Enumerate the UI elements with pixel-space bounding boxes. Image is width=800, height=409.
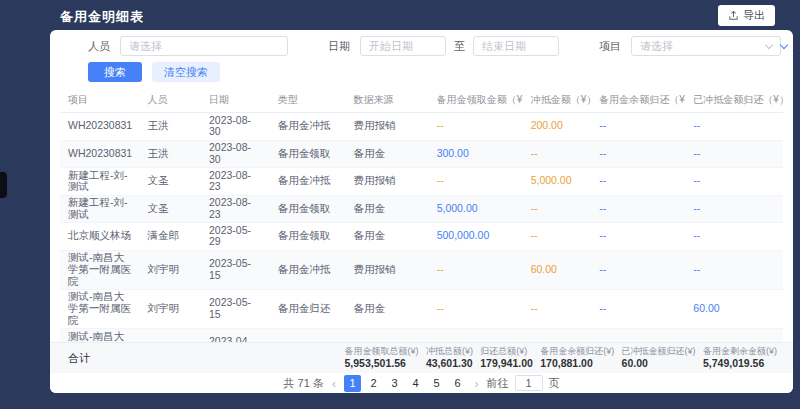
date-end-input[interactable] [473, 36, 559, 56]
summary-item: 备用金领取总额(¥)5,953,501.56 [345, 346, 419, 370]
date-filter-label: 日期 [328, 39, 350, 54]
person-filter: 人员 [88, 36, 288, 56]
date-start-input[interactable] [360, 36, 446, 56]
export-button[interactable]: 导出 [718, 5, 775, 26]
cell-type: 备用金归还 [270, 289, 346, 328]
cell-balance_returned: -- [591, 250, 685, 289]
cell-date: 2023-08-23 [201, 195, 270, 223]
summary-item-label: 备用金剩余金额(¥) [703, 346, 777, 357]
filter-actions: 搜索 清空搜索 [88, 62, 777, 82]
cell-date: 2023-05-15 [201, 250, 270, 289]
cell-offset_returned: -- [685, 168, 783, 196]
cell-source: 费用报销 [346, 113, 429, 141]
cell-project: WH20230831 [60, 140, 140, 168]
goto-label-prefix: 前往 [487, 376, 509, 391]
cell-offset_returned: -- [685, 140, 783, 168]
cell-balance_returned: -- [591, 140, 685, 168]
cell-project: 测试-南昌大学第一附属医院 [60, 250, 140, 289]
cell-offset_amount: -- [523, 140, 592, 168]
column-header-project: 项目 [60, 88, 140, 113]
project-filter-label: 项目 [599, 39, 621, 54]
prev-page-button[interactable]: ‹ [330, 377, 338, 390]
summary-item-label: 已冲抵金额归还(¥) [622, 346, 696, 357]
goto-label-suffix: 页 [549, 376, 560, 391]
topbar: 备用金明细表 导出 [0, 0, 800, 30]
page-number-2[interactable]: 2 [365, 375, 382, 392]
cell-offset_amount: 60.00 [523, 250, 592, 289]
summary-item-label: 备用金领取总额(¥) [345, 346, 419, 357]
cell-balance_returned: -- [591, 329, 685, 343]
cell-project: WH20230831 [60, 113, 140, 141]
sidebar-collapse-handle[interactable] [0, 172, 7, 198]
cell-source: 费用报销 [346, 168, 429, 196]
cell-offset_amount: -- [523, 289, 592, 328]
column-header-balance_returned: 备用金余额归还（¥） [591, 88, 685, 113]
column-header-type: 类型 [270, 88, 346, 113]
expand-filter-link[interactable]: 展开筛选 [781, 39, 793, 54]
cell-balance_returned: -- [591, 223, 685, 251]
next-page-button[interactable]: › [472, 377, 480, 390]
summary-label: 合计 [68, 351, 90, 366]
table-row: 新建工程-刘-测试文圣2023-08-23备用金领取备用金5,000.00---… [60, 195, 783, 223]
table-row: 测试-南昌大学第一附属医院邵梦泽2023-04-20备用金领取备用金500.00… [60, 329, 783, 343]
person-filter-input[interactable] [120, 36, 288, 56]
page-number-6[interactable]: 6 [449, 375, 466, 392]
project-filter-select[interactable]: 请选择 [631, 36, 781, 56]
pagination: 共 71 条 ‹ 123456 › 前往 页 [50, 373, 793, 393]
table-header-row: 项目人员日期类型数据来源备用金领取金额（¥）冲抵金额（¥）备用金余额归还（¥）已… [60, 88, 783, 113]
cell-offset_returned: -- [685, 195, 783, 223]
cell-amount_received: 500.00 [429, 329, 523, 343]
expand-filter-label: 展开筛选 [792, 39, 793, 54]
summary-item-value: 179,941.00 [480, 357, 533, 370]
cell-person: 刘宇明 [140, 289, 201, 328]
cell-project: 测试-南昌大学第一附属医院 [60, 329, 140, 343]
table-row: WH20230831王洪2023-08-30备用金领取备用金300.00----… [60, 140, 783, 168]
cell-balance_returned: -- [591, 168, 685, 196]
cell-offset_returned: -- [685, 223, 783, 251]
cell-offset_returned: -- [685, 250, 783, 289]
cell-date: 2023-05-15 [201, 289, 270, 328]
page-number-1[interactable]: 1 [344, 375, 361, 392]
summary-item: 归还总额(¥)179,941.00 [480, 346, 533, 370]
cell-offset_amount: 200.00 [523, 113, 592, 141]
summary-item-value: 5,749,019.56 [703, 357, 777, 370]
column-header-amount_received: 备用金领取金额（¥） [429, 88, 523, 113]
search-button[interactable]: 搜索 [88, 62, 142, 82]
cell-type: 备用金冲抵 [270, 168, 346, 196]
table-body: WH20230831王洪2023-08-30备用金冲抵费用报销--200.00-… [60, 113, 783, 343]
date-filter: 日期 至 [328, 36, 559, 56]
cell-amount_received: 5,000.00 [429, 195, 523, 223]
cell-date: 2023-08-30 [201, 140, 270, 168]
cell-date: 2023-08-23 [201, 168, 270, 196]
cell-project: 新建工程-刘-测试 [60, 168, 140, 196]
cell-offset_returned: -- [685, 329, 783, 343]
export-icon [728, 10, 739, 21]
column-header-offset_returned: 已冲抵金额归还（¥） [685, 88, 783, 113]
cell-source: 备用金 [346, 140, 429, 168]
cell-person: 满金郎 [140, 223, 201, 251]
cell-offset_amount: 5,000.00 [523, 168, 592, 196]
cell-balance_returned: -- [591, 289, 685, 328]
date-separator: 至 [454, 39, 465, 54]
column-header-source: 数据来源 [346, 88, 429, 113]
cell-type: 备用金冲抵 [270, 113, 346, 141]
page-numbers: 123456 [344, 375, 466, 392]
summary-item-value: 43,601.30 [426, 357, 473, 370]
project-filter: 项目 请选择 [599, 36, 781, 56]
goto-page-input[interactable] [515, 375, 543, 391]
cell-offset_returned: -- [685, 113, 783, 141]
cell-type: 备用金领取 [270, 223, 346, 251]
cell-offset_amount: -- [523, 223, 592, 251]
summary-item-label: 冲抵总额(¥) [426, 346, 473, 357]
cell-balance_returned: -- [591, 195, 685, 223]
clear-search-button[interactable]: 清空搜索 [152, 62, 220, 82]
column-header-date: 日期 [201, 88, 270, 113]
page-number-5[interactable]: 5 [428, 375, 445, 392]
summary-item: 已冲抵金额归还(¥)60.00 [622, 346, 696, 370]
page: 备用金明细表 导出 人员 日期 至 项 [0, 0, 800, 409]
person-filter-label: 人员 [88, 39, 110, 54]
page-number-3[interactable]: 3 [386, 375, 403, 392]
cell-amount_received: -- [429, 168, 523, 196]
page-number-4[interactable]: 4 [407, 375, 424, 392]
summary-item: 冲抵总额(¥)43,601.30 [426, 346, 473, 370]
